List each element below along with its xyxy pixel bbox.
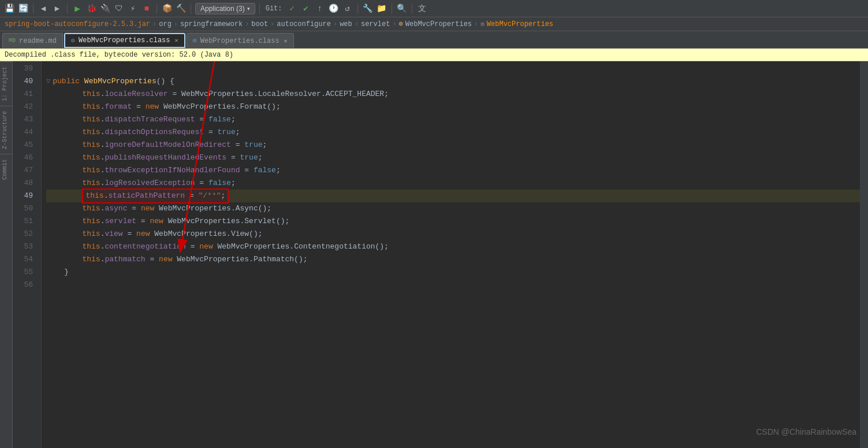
git-history-icon[interactable]: 🕐 xyxy=(328,3,340,14)
line-num-44: 44 xyxy=(13,126,36,139)
tabs-bar: MD readme.md ⊙ WebMvcProperties.class ✕ … xyxy=(0,31,868,49)
sidebar-project[interactable]: 1: Project xyxy=(0,61,12,106)
breadcrumb-boot: boot xyxy=(251,20,268,28)
breadcrumb-sep4: › xyxy=(270,20,274,28)
code-line-40: ▽ public WebMvcProperties () { xyxy=(46,75,860,88)
breadcrumb-sep3: › xyxy=(245,20,249,28)
line-num-56: 56 xyxy=(13,279,36,291)
code-line-43: this . dispatchTraceRequest = false ; xyxy=(46,113,860,126)
line-num-40: 40 xyxy=(13,75,36,88)
chevron-down-icon: ▾ xyxy=(247,6,250,12)
code-line-42: this . format = new WebMvcProperties.For… xyxy=(46,101,860,113)
tab-webproperties[interactable]: ⊙ WebProperties.class ✕ xyxy=(187,33,294,48)
coverage-icon[interactable]: 🛡 xyxy=(113,3,125,14)
save-all-icon[interactable]: 💾 xyxy=(3,3,15,14)
run-icon[interactable]: ▶ xyxy=(72,3,83,14)
line-num-55: 55 xyxy=(13,266,36,279)
line-num-51: 51 xyxy=(13,215,36,228)
code-container: 39 40 41 42 43 44 45 46 47 48 49 50 51 5… xyxy=(13,61,868,448)
breadcrumb-jar: spring-boot-autoconfigure-2.5.3.jar xyxy=(5,20,150,28)
info-bar: Decompiled .class file, bytecode version… xyxy=(0,49,868,61)
build-icon[interactable]: 📦 xyxy=(161,3,173,14)
sync-icon[interactable]: 🔄 xyxy=(17,3,29,14)
profile-icon[interactable]: ⚡ xyxy=(127,3,139,14)
line-num-54: 54 xyxy=(13,253,36,266)
left-sidebar: 1: Project Z-Structure Commit xyxy=(0,61,13,448)
code-line-46: this . publishRequestHandledEvents = tru… xyxy=(46,151,860,164)
tab-webmvcproperties[interactable]: ⊙ WebMvcProperties.class ✕ xyxy=(64,33,185,48)
breadcrumb-servlet: servlet xyxy=(361,20,390,28)
line-num-45: 45 xyxy=(13,139,36,151)
code-line-39 xyxy=(46,62,860,75)
code-line-49: this . staticPathPattern = "/**" ; xyxy=(46,190,860,202)
line-num-53: 53 xyxy=(13,240,36,253)
code-line-44: this . dispatchOptionsRequest = true ; xyxy=(46,126,860,139)
settings-icon[interactable]: 🔧 xyxy=(362,3,374,14)
sidebar-structure[interactable]: Z-Structure xyxy=(0,106,12,154)
breadcrumb-web: web xyxy=(340,20,352,28)
forward-icon[interactable]: ▶ xyxy=(51,3,63,14)
code-line-51: this . servlet = new WebMvcProperties.Se… xyxy=(46,215,860,228)
tab-readme-label: readme.md xyxy=(19,37,57,45)
toolbar: 💾 🔄 ◀ ▶ ▶ 🐞 🔌 🛡 ⚡ ■ 📦 🔨 Application (3) … xyxy=(0,0,868,17)
code-line-56 xyxy=(46,279,860,291)
breadcrumb-sep1: › xyxy=(152,20,157,28)
breadcrumb-autoconfigure: autoconfigure xyxy=(277,20,331,28)
code-line-50: this . async = new WebMvcProperties.Asyn… xyxy=(46,202,860,215)
line-numbers: 39 40 41 42 43 44 45 46 47 48 49 50 51 5… xyxy=(13,61,42,448)
scrollbar-gutter xyxy=(860,61,868,448)
line-num-42: 42 xyxy=(13,101,36,113)
sidebar-commit[interactable]: Commit xyxy=(0,154,12,184)
watermark: CSDN @ChinaRainbowSea xyxy=(756,427,856,436)
main-layout: 1: Project Z-Structure Commit 39 40 41 4… xyxy=(0,61,868,448)
line-num-46: 46 xyxy=(13,151,36,164)
line-num-50: 50 xyxy=(13,202,36,215)
code-line-55: } xyxy=(46,266,860,279)
tab-webprop-icon: ⊙ xyxy=(193,36,197,45)
git-rollback-icon[interactable]: ↺ xyxy=(342,3,353,14)
tab-readme-icon: MD xyxy=(9,38,16,44)
code-line-47: this . throwExceptionIfNoHandlerFound = … xyxy=(46,164,860,177)
breadcrumb-class1: ⊙ xyxy=(399,20,403,28)
git-label: Git: xyxy=(266,5,282,13)
line-num-39: 39 xyxy=(13,62,36,75)
tab-webmvc-close[interactable]: ✕ xyxy=(175,37,178,44)
attach-icon[interactable]: 🔌 xyxy=(99,3,111,14)
code-line-41: this . localeResolver = WebMvcProperties… xyxy=(46,88,860,101)
rebuild-icon[interactable]: 🔨 xyxy=(175,3,187,14)
git-tick-icon[interactable]: ✔ xyxy=(300,3,312,14)
app-button[interactable]: Application (3) ▾ xyxy=(195,3,255,14)
info-text: Decompiled .class file, bytecode version… xyxy=(5,51,233,59)
search-icon[interactable]: 🔍 xyxy=(396,3,408,14)
breadcrumb-sep7: › xyxy=(392,20,396,28)
breadcrumb-springframework: springframework xyxy=(180,20,243,28)
stop-icon[interactable]: ■ xyxy=(141,3,152,14)
breadcrumb-sep2: › xyxy=(174,20,178,28)
tab-webmvc-icon: ⊙ xyxy=(71,36,75,45)
folder-icon[interactable]: 📁 xyxy=(376,3,388,14)
breadcrumb-webmvcproperties: WebMvcProperties xyxy=(405,20,472,28)
line-num-43: 43 xyxy=(13,113,36,126)
breadcrumb-sep8: › xyxy=(474,20,478,28)
breadcrumb-method: WebMvcProperties xyxy=(487,20,553,28)
breadcrumb: spring-boot-autoconfigure-2.5.3.jar › or… xyxy=(0,17,868,31)
back-icon[interactable]: ◀ xyxy=(38,3,49,14)
code-line-54: this . pathmatch = new WebMvcProperties.… xyxy=(46,253,860,266)
code-line-49-boxed: this . staticPathPattern = "/**" ; xyxy=(82,188,229,203)
code-area: ▽ public WebMvcProperties () { this . lo… xyxy=(42,61,860,448)
tab-webprop-close[interactable]: ✕ xyxy=(284,38,288,45)
line-num-47: 47 xyxy=(13,164,36,177)
git-push-icon[interactable]: ↑ xyxy=(314,3,326,14)
line-num-48: 48 xyxy=(13,177,36,190)
git-checkmark-icon[interactable]: ✓ xyxy=(286,3,298,14)
line-num-49: 49 xyxy=(13,190,36,202)
tab-readme[interactable]: MD readme.md xyxy=(2,33,63,48)
fold-arrow-40[interactable]: ▽ xyxy=(46,75,50,88)
translate-icon[interactable]: 文 xyxy=(416,3,428,14)
line-num-41: 41 xyxy=(13,88,36,101)
breadcrumb-sep5: › xyxy=(333,20,337,28)
debug-icon[interactable]: 🐞 xyxy=(85,3,97,14)
code-line-52: this . view = new WebMvcProperties.View(… xyxy=(46,228,860,240)
breadcrumb-org: org xyxy=(159,20,172,28)
code-line-53: this . contentnegotiation = new WebMvcPr… xyxy=(46,240,860,253)
